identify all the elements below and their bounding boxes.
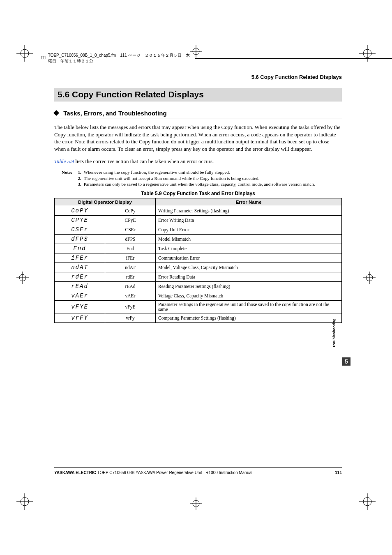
diamond-icon [53,110,59,116]
note-block: Note: 1. Whenever using the copy functio… [62,169,342,188]
note-label: Note: [62,169,72,175]
framemaker-header: TOEP_C710656_08B_1_0_chap5.fm 111 ページ ２０… [41,53,392,64]
error-name-cell: Model Mismatch [156,235,342,244]
error-name-cell: Comparing Parameter Settings (flashing) [156,313,342,323]
registration-mark-bottom [190,497,202,510]
table-row: iFEriFErCommunication Error [55,253,342,263]
segment-display-cell: vAEr [55,291,105,301]
book-icon [41,56,46,61]
table-row: ndATndATModel, Voltage Class, Capacity M… [55,263,342,272]
section-title: 5.6 Copy Function Related Displays [54,88,342,102]
registration-mark-right [363,272,376,284]
table-reference-link[interactable]: Table 5.9 [54,158,74,164]
segment-display-cell: rdEr [55,272,105,282]
table-row: CPYECPyEError Writing Data [55,216,342,225]
chapter-tab-number: 5 [342,357,350,366]
error-name-cell: Task Complete [156,244,342,253]
table-row: EndEndTask Complete [55,244,342,253]
framemaker-header-text: TOEP_C710656_08B_1_0_chap5.fm 111 ページ ２０… [48,53,191,64]
code-cell: rEAd [105,282,156,291]
error-name-cell: Model, Voltage Class, Capacity Mismatch [156,263,342,272]
page-footer: YASKAWA ELECTRIC TOEP C710656 08B YASKAW… [54,467,342,475]
code-cell: iFEr [105,253,156,263]
page-number: 111 [335,470,342,475]
note-text: Whenever using the copy function, the re… [84,169,342,175]
segment-display-cell: CoPY [55,206,105,216]
segment-display-cell: dFPS [55,235,105,244]
error-name-cell: Voltage Class, Capacity Mismatch [156,291,342,301]
error-name-cell: Communication Error [156,253,342,263]
body-paragraph-2-tail: lists the corrective action that can be … [74,158,214,164]
footer-doc-title: TOEP C710656 08B YASKAWA Power Regenerat… [96,470,252,475]
footer-left: YASKAWA ELECTRIC TOEP C710656 08B YASKAW… [54,470,252,475]
body-paragraph-2: Table 5.9 lists the corrective action th… [54,158,342,165]
table-row: dFPSdFPSModel Mismatch [55,235,342,244]
code-cell: dFPS [105,235,156,244]
table-row: rEAdrEAdReading Parameter Settings (flas… [55,282,342,291]
table-row: vFYEvFyEParameter settings in the regene… [55,301,342,313]
code-cell: vAEr [105,291,156,301]
note-text: Parameters can only be saved to a regene… [84,181,342,187]
table-row: vAErvAErVoltage Class, Capacity Mismatch [55,291,342,301]
error-name-cell: Copy Unit Error [156,225,342,235]
header-rule [195,58,392,59]
registration-mark-left [16,272,29,284]
segment-display-cell: vrFY [55,313,105,323]
th-digital-operator-display: Digital Operator Display [55,198,156,206]
code-cell: CoPy [105,206,156,216]
code-cell: End [105,244,156,253]
crop-mark-bl [16,493,33,510]
code-cell: vrFy [105,313,156,323]
table-caption: Table 5.9 Copy Function Task and Error D… [54,191,342,196]
crop-mark-br [359,493,376,510]
error-name-cell: Writing Parameter Settings (flashing) [156,206,342,216]
chapter-tab: Troubleshooting 5 [342,353,351,366]
table-row: CSErCSErCopy Unit Error [55,225,342,235]
code-cell: CPyE [105,216,156,225]
th-error-name: Error Name [156,198,342,206]
body-paragraph-1: The table below lists the messages and e… [54,124,342,152]
segment-display-cell: iFEr [55,253,105,263]
crop-mark-tl [16,45,33,62]
code-cell: ndAT [105,263,156,272]
subheading: Tasks, Errors, and Troubleshooting [54,110,342,118]
table-row: CoPYCoPyWriting Parameter Settings (flas… [55,206,342,216]
error-name-cell: Error Writing Data [156,216,342,225]
segment-display-cell: End [55,244,105,253]
table-row: vrFYvrFyComparing Parameter Settings (fl… [55,313,342,323]
table-row: rdErrdErError Reading Data [55,272,342,282]
segment-display-cell: ndAT [55,263,105,272]
chapter-tab-label: Troubleshooting [332,339,336,348]
subheading-text: Tasks, Errors, and Troubleshooting [63,110,166,117]
error-name-cell: Reading Parameter Settings (flashing) [156,282,342,291]
note-number: 2. [75,175,81,182]
code-cell: rdEr [105,272,156,282]
error-display-table: Digital Operator Display Error Name CoPY… [54,198,342,323]
running-head: 5.6 Copy Function Related Displays [54,74,342,82]
footer-company: YASKAWA ELECTRIC [54,470,96,475]
note-text: The regenerative unit will not accept a … [84,175,342,182]
segment-display-cell: rEAd [55,282,105,291]
error-name-cell: Error Reading Data [156,272,342,282]
error-name-cell: Parameter settings in the regenerative u… [156,301,342,313]
note-number: 1. [75,169,81,175]
segment-display-cell: vFYE [55,301,105,313]
code-cell: vFyE [105,301,156,313]
code-cell: CSEr [105,225,156,235]
segment-display-cell: CSEr [55,225,105,235]
note-number: 3. [75,181,81,187]
segment-display-cell: CPYE [55,216,105,225]
